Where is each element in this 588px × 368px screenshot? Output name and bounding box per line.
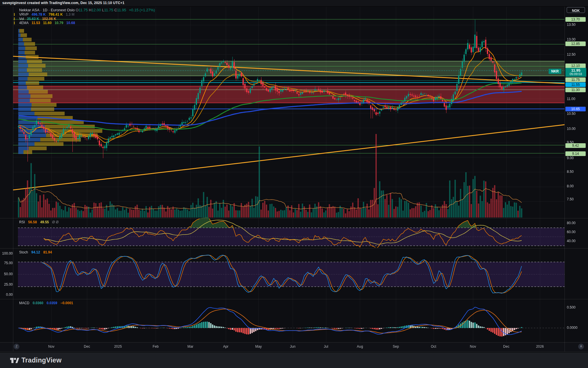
macd-axis-label: 0.0000 [567, 326, 578, 330]
stoch-axis-label: 25.00 [1, 282, 13, 287]
time-axis-label-2026: 2026 [536, 345, 544, 349]
time-axis-label-Dec: Dec [503, 345, 509, 349]
ohlc-values: O11.75 H12.00 L11.75 C11.95 [76, 8, 126, 12]
rsi-label[interactable]: RSI [19, 220, 25, 224]
time-axis-label-Aug: Aug [357, 345, 363, 349]
level-badge-11.55: 11.55 [565, 82, 586, 87]
last-price-badge: 11.95 05:09:03 [565, 68, 586, 77]
legend-accent [14, 21, 15, 24]
footer-bar: TradingView [0, 352, 588, 368]
price-axis-label: 10.50 [567, 112, 576, 116]
symbol-title[interactable]: Nekkar ASA · 1D · Euronext Oslo [19, 8, 74, 12]
stoch-legend[interactable]: Stoch 94.12 81.94 [19, 250, 52, 254]
stoch-axis-label: 50.00 [1, 272, 13, 276]
price-axis-label: 10.00 [567, 127, 576, 131]
level-badge-12.85: 12.85 [565, 41, 586, 46]
time-axis-label-Nov: Nov [470, 345, 476, 349]
change-value: +0.15 (+1.27%) [129, 8, 155, 12]
level-badge-9.42: 9.42 [565, 143, 586, 148]
scroll-left-hint: Z [14, 344, 19, 349]
legend-row-4ema[interactable]: 4EMA 11.53 11.60 10.79 10.68 [19, 21, 75, 25]
bar-countdown: 05:09:03 [565, 72, 586, 76]
legend-accent [14, 17, 15, 20]
tradingview-chart-app: savepiginvest created with TradingView.c… [0, 0, 588, 368]
time-axis-label-Mar: Mar [187, 345, 194, 349]
currency-button[interactable]: NOK [567, 7, 585, 13]
price-axis-label: 7.50 [567, 197, 574, 201]
last-price: 11.95 [565, 68, 586, 72]
level-badge-10.65: 10.65 [565, 107, 586, 111]
price-axis-label: 13.50 [567, 23, 576, 27]
price-axis-label: 8.00 [567, 184, 574, 188]
legend-row-vrvp[interactable]: VRVP 496.78 K 798.41 K 1.3 M [19, 12, 74, 17]
time-axis-label-2025: 2025 [114, 345, 122, 349]
price-axis-label: 13.00 [567, 37, 576, 41]
time-axis-label-Feb: Feb [153, 345, 159, 349]
tradingview-logo-icon[interactable] [10, 356, 19, 366]
level-badge-13.70: 13.70 [565, 17, 586, 22]
rsi-axis-label: 60.00 [567, 230, 576, 234]
attribution-bar: savepiginvest created with TradingView.c… [0, 0, 588, 7]
macd-label[interactable]: MACD [19, 301, 29, 305]
time-axis-label-Jul: Jul [324, 345, 328, 349]
level-badge-12.10: 12.10 [565, 64, 586, 68]
time-axis-label-Oct: Oct [431, 345, 436, 349]
stoch-label[interactable]: Stoch [19, 250, 28, 254]
time-axis-label-Jun: Jun [290, 345, 295, 349]
price-axis-label: 12.50 [567, 52, 576, 57]
scroll-right-hint: A [578, 344, 584, 349]
tradingview-brand[interactable]: TradingView [21, 356, 61, 364]
level-badge-9.14: 9.14 [565, 151, 586, 156]
price-axis-label: 11.00 [567, 97, 575, 101]
time-axis-label-May: May [255, 345, 262, 349]
rsi-axis-label: 40.00 [567, 239, 576, 243]
time-axis-label-Dec: Dec [84, 345, 90, 349]
stoch-axis-label: 100.00 [1, 251, 13, 255]
macd-axis-label: 0.500 [567, 305, 576, 309]
legend-accent [14, 13, 15, 16]
attribution-text: savepiginvest created with TradingView.c… [2, 1, 124, 5]
price-axis-label: 9.00 [567, 156, 574, 160]
rsi-suffix: Ø Ø [52, 220, 59, 224]
rsi-legend[interactable]: RSI 56.58 49.55 Ø Ø [19, 220, 59, 224]
macd-legend[interactable]: MACD 0.0360 0.0359 −0.0001 [19, 301, 73, 305]
overlay-layer: savepiginvest created with TradingView.c… [0, 0, 588, 368]
symbol-price-tag: NKR [549, 69, 561, 74]
level-badge-11.30: 11.30 [565, 88, 586, 92]
legend-row-vol[interactable]: Vol 35.63 K 102.06 K [19, 17, 56, 21]
symbol-legend[interactable]: Nekkar ASA · 1D · Euronext Oslo O11.75 H… [19, 8, 155, 12]
stoch-axis-label: 75.00 [1, 261, 13, 265]
level-badge-11.75: 11.75 [565, 77, 586, 82]
price-axis-label: 8.50 [567, 170, 574, 174]
rsi-axis-label: 80.00 [567, 221, 576, 225]
time-axis-label-Nov: Nov [48, 345, 54, 349]
time-axis-label-Sep: Sep [393, 345, 399, 349]
time-axis-label-Apr: Apr [223, 345, 229, 349]
stoch-axis-label: 0.00 [1, 293, 13, 297]
